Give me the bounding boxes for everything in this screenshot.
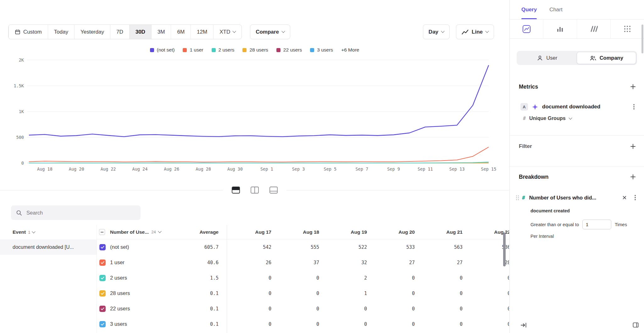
date-range-button[interactable]: Custom <box>8 25 48 39</box>
add-metric-button[interactable] <box>630 84 636 90</box>
series-checkbox[interactable] <box>99 244 106 250</box>
filter-section-header: Filter <box>510 142 644 151</box>
date-column-header[interactable]: Aug 17 <box>227 229 275 235</box>
series-checkbox[interactable] <box>99 290 106 297</box>
legend-item[interactable]: (not set) <box>150 47 175 53</box>
date-column-header[interactable]: Aug 22 <box>466 229 509 235</box>
layout-split-horizontal-button[interactable] <box>229 184 243 196</box>
date-range-button[interactable]: XTD <box>213 25 242 39</box>
cell-value: 27 <box>370 260 418 265</box>
event-header-label: Event <box>13 229 26 235</box>
dock-right-button[interactable] <box>632 322 639 330</box>
legend-item[interactable]: 28 users <box>242 47 268 53</box>
condition-value-input[interactable] <box>582 220 611 229</box>
date-column-header[interactable]: Aug 19 <box>322 229 370 235</box>
legend-item[interactable]: 22 users <box>276 47 302 53</box>
breakdown-section-header: Breakdown <box>510 172 644 181</box>
series-checkbox[interactable] <box>99 306 106 312</box>
cell-value: 0 <box>466 321 509 327</box>
breakdown-condition-row: Greater than or equal to Times <box>510 220 644 229</box>
event-row-item[interactable]: document downloaded [U... <box>0 239 97 255</box>
legend-item[interactable]: 3 users <box>310 47 333 53</box>
search-box[interactable] <box>11 205 141 220</box>
legend-item[interactable]: 2 users <box>212 47 235 53</box>
tab-query[interactable]: Query <box>521 0 537 19</box>
series-checkbox[interactable] <box>99 321 106 327</box>
chart-type-funnel-tab[interactable] <box>577 19 610 38</box>
chart-type-line-tab[interactable] <box>510 19 543 38</box>
scope-user-option[interactable]: User <box>518 52 577 64</box>
event-column: Event 1 document downloaded [U... <box>0 225 97 333</box>
breakdown-item[interactable]: # Number of Users who did... <box>510 193 644 202</box>
event-column-header[interactable]: Event 1 <box>0 225 97 239</box>
legend-label: 2 users <box>219 47 235 53</box>
metric-item[interactable]: A document downloaded <box>510 102 644 112</box>
cell-value: 0 <box>227 306 275 312</box>
series-checkbox[interactable] <box>99 275 106 281</box>
add-breakdown-button[interactable] <box>630 174 636 180</box>
breakdown-more-options-icon[interactable] <box>635 197 636 198</box>
cell-value: 0 <box>275 275 322 281</box>
collapse-series-button[interactable] <box>99 229 105 235</box>
chart-type-more-tab[interactable] <box>610 19 644 38</box>
line-chart-tab-icon <box>522 25 531 33</box>
aggregation-selector[interactable]: Unique Groups <box>529 116 566 121</box>
chevron-down-icon <box>32 230 36 233</box>
legend-more[interactable]: +6 More <box>341 47 359 53</box>
collapse-panel-button[interactable] <box>520 322 527 330</box>
date-column-header[interactable]: Aug 18 <box>275 229 322 235</box>
series-column-header[interactable]: Number of Use... 24 <box>108 229 176 235</box>
close-icon[interactable] <box>622 195 627 200</box>
svg-text:Sep 13: Sep 13 <box>449 166 465 172</box>
chart-type-bar-tab[interactable] <box>543 19 577 38</box>
date-column-header[interactable]: Aug 21 <box>418 229 466 235</box>
date-range-button[interactable]: 6M <box>171 25 191 39</box>
layout-panel-bottom-button[interactable] <box>266 184 281 196</box>
average-value: 0.1 <box>176 306 227 312</box>
series-checkbox[interactable] <box>99 259 106 266</box>
cell-value: 0 <box>466 275 509 281</box>
breakdown-property-name: Number of Users who did... <box>529 195 618 201</box>
filter-title: Filter <box>519 143 532 150</box>
date-range-button[interactable]: 12M <box>191 25 213 39</box>
average-value: 605.7 <box>176 244 227 250</box>
panel-footer <box>510 322 644 330</box>
svg-text:1.5K: 1.5K <box>14 83 24 88</box>
tab-chart[interactable]: Chart <box>549 0 563 19</box>
search-input[interactable] <box>26 210 136 216</box>
table-vertical-scrollbar[interactable] <box>503 232 506 266</box>
cell-value: 0 <box>418 321 466 327</box>
compare-button[interactable]: Compare <box>250 25 290 39</box>
date-column-header[interactable]: Aug 20 <box>370 229 418 235</box>
dock-right-icon <box>632 322 639 328</box>
cell-value: 563 <box>418 244 466 250</box>
date-range-button[interactable]: Yesterday <box>74 25 110 39</box>
add-filter-button[interactable] <box>630 144 636 149</box>
series-label: 28 users <box>108 290 176 296</box>
date-range-button[interactable]: 30D <box>129 25 151 39</box>
chart-type-button[interactable]: Line <box>456 25 494 39</box>
legend-item[interactable]: 1 user <box>183 47 203 53</box>
cell-value: 37 <box>275 260 322 265</box>
date-range-button[interactable]: 3M <box>151 25 171 39</box>
user-icon <box>537 55 543 61</box>
metric-more-options-icon[interactable] <box>633 106 635 107</box>
legend-label: (not set) <box>157 47 175 53</box>
average-column-header[interactable]: Average <box>176 229 227 235</box>
date-range-button[interactable]: 7D <box>110 25 129 39</box>
legend-swatch <box>276 48 280 52</box>
date-range-button[interactable]: Today <box>48 25 74 39</box>
scope-company-option[interactable]: Company <box>577 52 636 64</box>
panel-scrollbar[interactable] <box>641 25 643 53</box>
metrics-title: Metrics <box>519 84 538 90</box>
layout-split-vertical-button[interactable] <box>247 184 262 196</box>
legend-label: 22 users <box>283 47 302 53</box>
section-divider <box>510 166 644 166</box>
granularity-button[interactable]: Day <box>423 25 450 39</box>
drag-handle-icon[interactable] <box>516 195 519 200</box>
event-sparkle-icon <box>532 104 538 110</box>
compare-label: Compare <box>256 29 279 35</box>
svg-text:Sep 1: Sep 1 <box>260 166 273 172</box>
svg-text:0: 0 <box>21 161 24 166</box>
legend-swatch <box>242 48 247 52</box>
